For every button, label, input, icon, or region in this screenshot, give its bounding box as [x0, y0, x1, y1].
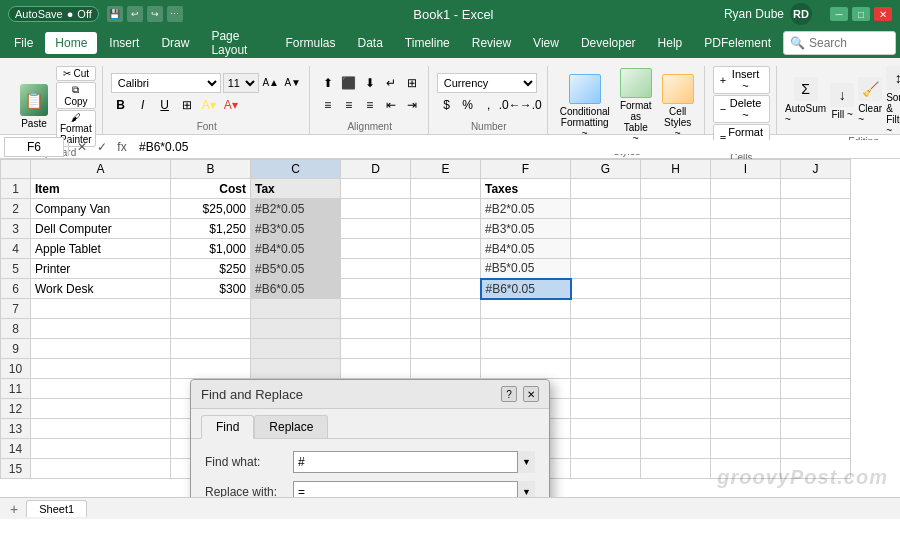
merge-center-button[interactable]: ⊞: [402, 73, 422, 93]
decrease-indent-button[interactable]: ⇤: [381, 95, 401, 115]
cell-styles-button[interactable]: Cell Styles ~: [658, 72, 698, 141]
clear-button[interactable]: 🧹 Clear ~: [858, 77, 882, 125]
insert-cells-button[interactable]: + Insert ~: [713, 66, 770, 94]
font-size-select[interactable]: 11: [223, 73, 259, 93]
dialog-help-button[interactable]: ?: [501, 386, 517, 402]
cut-button[interactable]: ✂ Cut: [56, 66, 96, 81]
sheet-tab-1[interactable]: Sheet1: [26, 500, 87, 517]
menu-pdfelement[interactable]: PDFelement: [694, 32, 781, 54]
dialog-title-bar: Find and Replace ? ✕: [191, 380, 549, 409]
align-bottom-button[interactable]: ⬇: [360, 73, 380, 93]
add-sheet-button[interactable]: +: [4, 501, 24, 517]
maximize-button[interactable]: □: [852, 7, 870, 21]
menu-data[interactable]: Data: [347, 32, 392, 54]
underline-button[interactable]: U: [155, 95, 175, 115]
paste-button[interactable]: 📋 Paste: [14, 82, 54, 131]
decrease-decimal-button[interactable]: .0←: [500, 95, 520, 115]
dialog-tab-find[interactable]: Find: [201, 415, 254, 439]
redo-icon[interactable]: ↪: [147, 6, 163, 22]
insert-icon: +: [720, 74, 726, 86]
ribbon-groups: 📋 Paste ✂ Cut ⧉ Copy 🖌 Format Painter Cl…: [8, 62, 892, 134]
copy-button[interactable]: ⧉ Copy: [56, 82, 96, 109]
styles-buttons: Conditional Formatting ~ Format as Table…: [556, 66, 698, 146]
menu-review[interactable]: Review: [462, 32, 521, 54]
search-icon: 🔍: [790, 36, 805, 50]
align-middle-button[interactable]: ⬛: [339, 73, 359, 93]
accounting-button[interactable]: $: [437, 95, 457, 115]
bold-button[interactable]: B: [111, 95, 131, 115]
dialog-close-button[interactable]: ✕: [523, 386, 539, 402]
menu-view[interactable]: View: [523, 32, 569, 54]
align-right-button[interactable]: ≡: [360, 95, 380, 115]
border-button[interactable]: ⊞: [177, 95, 197, 115]
wrap-text-button[interactable]: ↵: [381, 73, 401, 93]
comma-button[interactable]: ,: [479, 95, 499, 115]
fill-button[interactable]: ↓ Fill ~: [830, 83, 854, 120]
cells-group: + Insert ~ − Delete ~ ≡ Format ~ Cells: [707, 66, 777, 134]
menu-home[interactable]: Home: [45, 32, 97, 54]
dialog-tab-replace[interactable]: Replace: [254, 415, 328, 438]
more-tools-icon[interactable]: ⋯: [167, 6, 183, 22]
increase-indent-button[interactable]: ⇥: [402, 95, 422, 115]
replace-dropdown-arrow[interactable]: ▼: [517, 481, 535, 497]
align-center-button[interactable]: ≡: [339, 95, 359, 115]
main-area: A B C D E F G H I J 1ItemCostTaxTaxes2Co…: [0, 159, 900, 519]
paste-icon: 📋: [20, 84, 48, 116]
font-row-2: B I U ⊞ A▾ A▾: [111, 95, 303, 115]
increase-font-button[interactable]: A▲: [261, 73, 281, 93]
dialog-content: Find what: ▼ Replace with: ▼: [191, 439, 549, 497]
replace-input-wrapper: ▼: [293, 481, 535, 497]
confirm-formula-button[interactable]: ✓: [93, 138, 111, 156]
styles-group: Conditional Formatting ~ Format as Table…: [550, 66, 705, 134]
find-dropdown-arrow[interactable]: ▼: [517, 451, 535, 473]
menu-formulas[interactable]: Formulas: [275, 32, 345, 54]
spreadsheet-container: A B C D E F G H I J 1ItemCostTaxTaxes2Co…: [0, 159, 900, 497]
dialog-controls: ? ✕: [501, 386, 539, 402]
format-as-table-button[interactable]: Format as Table ~: [616, 66, 656, 146]
autosave-value: Off: [77, 8, 91, 20]
user-avatar[interactable]: RD: [790, 3, 812, 25]
font-content: Calibri 11 A▲ A▼ B I U ⊞ A▾ A: [111, 66, 303, 121]
title-bar: AutoSave ● Off 💾 ↩ ↪ ⋯ Book1 - Excel Rya…: [0, 0, 900, 28]
conditional-formatting-button[interactable]: Conditional Formatting ~: [556, 72, 614, 141]
autosum-button[interactable]: Σ AutoSum ~: [785, 77, 826, 125]
menu-help[interactable]: Help: [648, 32, 693, 54]
number-row: $ % , .0← →.0: [437, 95, 541, 115]
search-input[interactable]: [809, 36, 889, 50]
ribbon-search[interactable]: 🔍: [783, 31, 896, 55]
menu-developer[interactable]: Developer: [571, 32, 646, 54]
align-top-button[interactable]: ⬆: [318, 73, 338, 93]
autosave-toggle[interactable]: AutoSave ● Off: [8, 6, 99, 22]
delete-cells-button[interactable]: − Delete ~: [713, 95, 770, 123]
autosum-label: AutoSum ~: [785, 103, 826, 125]
cell-reference-box[interactable]: [4, 137, 64, 157]
increase-decimal-button[interactable]: →.0: [521, 95, 541, 115]
menu-file[interactable]: File: [4, 32, 43, 54]
italic-button[interactable]: I: [133, 95, 153, 115]
paste-sub-buttons: ✂ Cut ⧉ Copy 🖌 Format Painter: [56, 66, 96, 147]
font-name-select[interactable]: Calibri: [111, 73, 221, 93]
window-title: Book1 - Excel: [413, 7, 493, 22]
number-label: Number: [471, 121, 507, 134]
sort-filter-button[interactable]: ↕ Sort & Filter ~: [886, 66, 900, 136]
fill-color-button[interactable]: A▾: [199, 95, 219, 115]
close-button[interactable]: ✕: [874, 7, 892, 21]
formula-input[interactable]: [135, 140, 896, 154]
undo-icon[interactable]: ↩: [127, 6, 143, 22]
percent-button[interactable]: %: [458, 95, 478, 115]
insert-function-button[interactable]: fx: [113, 138, 131, 156]
menu-draw[interactable]: Draw: [151, 32, 199, 54]
cancel-formula-button[interactable]: ✕: [73, 138, 91, 156]
menu-page-layout[interactable]: Page Layout: [201, 25, 273, 61]
replace-with-input[interactable]: [293, 481, 535, 497]
font-color-button[interactable]: A▾: [221, 95, 241, 115]
menu-insert[interactable]: Insert: [99, 32, 149, 54]
find-what-input[interactable]: [293, 451, 535, 473]
decrease-font-button[interactable]: A▼: [283, 73, 303, 93]
number-format-select[interactable]: Currency General Number Percentage: [437, 73, 537, 93]
align-left-button[interactable]: ≡: [318, 95, 338, 115]
font-row-1: Calibri 11 A▲ A▼: [111, 73, 303, 93]
menu-timeline[interactable]: Timeline: [395, 32, 460, 54]
minimize-button[interactable]: ─: [830, 7, 848, 21]
save-icon[interactable]: 💾: [107, 6, 123, 22]
